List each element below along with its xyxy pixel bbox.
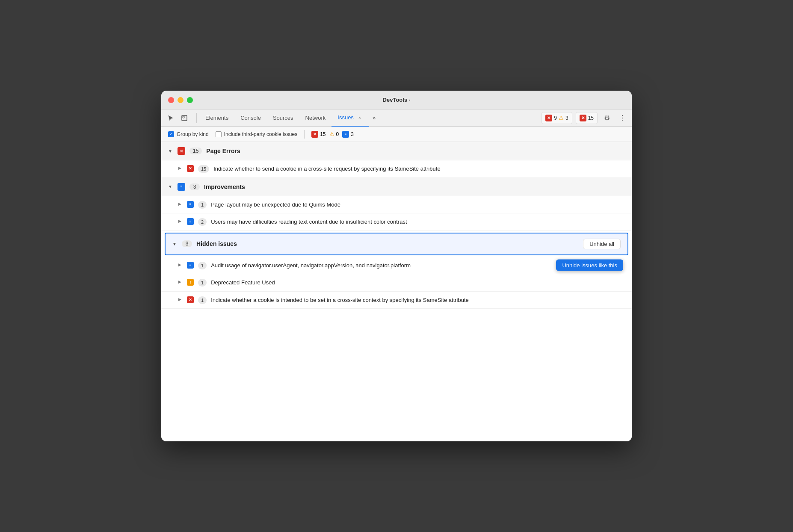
issue-item-deprecated[interactable]: ▶ ! 1 Deprecated Feature Used (161, 274, 632, 292)
issue-error-icon: ✕ (187, 165, 194, 172)
issue-text-navigator: Audit usage of navigator.userAgent, navi… (211, 261, 610, 270)
issue-count-15: 15 (198, 165, 209, 173)
issue-item-navigator[interactable]: ▶ ≡ 1 Audit usage of navigator.userAgent… (161, 257, 632, 275)
issue-count-2: 2 (198, 218, 207, 226)
issue-item-samesite-send[interactable]: ▶ ✕ 15 Indicate whether to send a cookie… (161, 160, 632, 178)
hidden-issues-section-header[interactable]: ▼ 3 Hidden issues Unhide all (165, 233, 628, 255)
filter-error-badge[interactable]: ✕ 15 (311, 131, 325, 138)
warning-count: 3 (565, 115, 568, 121)
cursor-tool-icon[interactable] (165, 112, 177, 124)
third-party-check-box[interactable] (216, 131, 222, 137)
filter-bar: Group by kind Include third-party cookie… (161, 127, 632, 142)
tab-list: Elements Console Sources Network Issues … (199, 109, 541, 127)
issue-error-icon-2: ✕ (187, 296, 194, 303)
issue-count-1d: 1 (198, 296, 207, 304)
window-title: DevTools · (383, 97, 411, 103)
page-errors-section-header[interactable]: ▼ ✕ 15 Page Errors (161, 142, 632, 160)
page-errors-section-icon: ✕ (178, 147, 185, 155)
close-issues-tab-icon[interactable]: × (356, 114, 363, 121)
error-count: 9 (554, 115, 557, 121)
issue-text-samesite-set: Indicate whether a cookie is intended to… (211, 296, 625, 304)
tool-icons (165, 112, 190, 124)
hidden-issues-count: 3 (182, 240, 192, 247)
issue-text-contrast: Users may have difficulties reading text… (211, 218, 625, 226)
tab-right-controls: ✕ 9 ⚠ 3 ✕ 15 ⚙ ⋮ (541, 112, 628, 124)
improvements-section-header[interactable]: ▼ ≡ 3 Improvements (161, 178, 632, 196)
unhide-all-button[interactable]: Unhide all (583, 239, 621, 249)
improvements-chevron-icon: ▼ (168, 184, 173, 189)
issue-item-samesite-set[interactable]: ▶ ✕ 1 Indicate whether a cookie is inten… (161, 292, 632, 309)
issue-nav-chevron-icon: ▶ (178, 263, 183, 267)
tab-more-button[interactable]: » (369, 109, 379, 127)
error-warning-badge[interactable]: ✕ 9 ⚠ 3 (541, 112, 572, 124)
tab-issues[interactable]: Issues × (331, 109, 369, 127)
error-badge-icon: ✕ (545, 115, 552, 121)
filter-info-badge[interactable]: ≡ 3 (342, 131, 354, 138)
window-controls (168, 97, 193, 103)
filter-divider (304, 130, 305, 139)
warning-badge-icon: ⚠ (559, 115, 564, 121)
title-bar: DevTools · (161, 91, 632, 109)
issue-info-icon-nav: ≡ (187, 262, 194, 269)
issue-info-icon-1: ≡ (187, 201, 194, 208)
tab-bar: Elements Console Sources Network Issues … (161, 109, 632, 127)
improvements-section-icon: ≡ (178, 183, 185, 191)
issue-contrast-chevron-icon: ▶ (178, 219, 183, 223)
filter-warning-badge[interactable]: ⚠ 0 (329, 131, 339, 137)
filter-warning-icon: ⚠ (329, 131, 334, 137)
issue-info-icon-2: ≡ (187, 218, 194, 225)
settings-gear-icon[interactable]: ⚙ (601, 112, 613, 124)
improvements-title: Improvements (204, 183, 245, 190)
filter-info-icon: ≡ (342, 131, 349, 138)
tab-network[interactable]: Network (299, 109, 332, 127)
issue-text-deprecated: Deprecated Feature Used (211, 278, 625, 287)
unhide-like-this-tooltip[interactable]: Unhide issues like this (556, 260, 623, 271)
issues-error-icon: ✕ (580, 115, 586, 121)
close-button[interactable] (168, 97, 174, 103)
third-party-checkbox[interactable]: Include third-party cookie issues (216, 131, 297, 137)
minimize-button[interactable] (178, 97, 183, 103)
tab-elements[interactable]: Elements (199, 109, 234, 127)
tab-sources[interactable]: Sources (267, 109, 299, 127)
layers-tool-icon[interactable] (178, 112, 190, 124)
issue-item-contrast[interactable]: ▶ ≡ 2 Users may have difficulties readin… (161, 213, 632, 231)
group-by-kind-checkbox[interactable]: Group by kind (168, 131, 209, 137)
svg-rect-1 (183, 116, 184, 118)
hidden-issues-title: Hidden issues (196, 240, 237, 247)
improvements-count: 3 (189, 183, 200, 190)
issues-badge[interactable]: ✕ 15 (576, 112, 598, 124)
page-errors-title: Page Errors (206, 148, 240, 154)
issue-chevron-icon: ▶ (178, 166, 183, 170)
issue-item-quirks[interactable]: ▶ ≡ 1 Page layout may be unexpected due … (161, 196, 632, 214)
page-errors-count: 15 (189, 148, 202, 154)
page-errors-chevron-icon: ▼ (168, 149, 173, 154)
filter-error-icon: ✕ (311, 131, 318, 138)
filter-count-badges: ✕ 15 ⚠ 0 ≡ 3 (311, 131, 354, 138)
issue-samesite-chevron-icon: ▶ (178, 297, 183, 301)
issue-text-quirks: Page layout may be unexpected due to Qui… (211, 201, 625, 209)
devtools-window: DevTools · Elements Console (161, 91, 632, 441)
issue-warning-icon: ! (187, 279, 194, 286)
group-by-kind-check-box[interactable] (168, 131, 174, 137)
maximize-button[interactable] (187, 97, 193, 103)
more-options-icon[interactable]: ⋮ (616, 112, 628, 124)
issues-count: 15 (588, 115, 594, 121)
issue-quirks-chevron-icon: ▶ (178, 202, 183, 206)
hidden-issues-chevron-icon: ▼ (172, 242, 178, 246)
tab-divider-1 (196, 113, 197, 123)
issue-count-1b: 1 (198, 262, 207, 269)
issue-text-samesite-send: Indicate whether to send a cookie in a c… (213, 165, 625, 173)
tab-console[interactable]: Console (234, 109, 267, 127)
issue-deprecated-chevron-icon: ▶ (178, 280, 183, 284)
issue-count-1a: 1 (198, 201, 207, 209)
issue-count-1c: 1 (198, 279, 207, 287)
issues-content: ▼ ✕ 15 Page Errors ▶ ✕ 15 Indicate wheth… (161, 142, 632, 441)
